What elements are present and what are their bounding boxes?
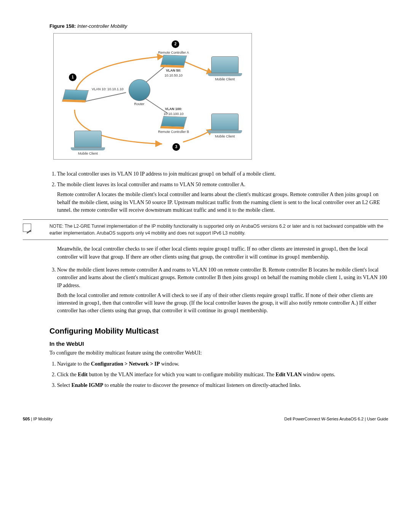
- diagram-label: Remote Controller B: [156, 129, 191, 134]
- footer-right: Dell PowerConnect W-Series ArubaOS 6.2 |…: [284, 416, 388, 422]
- sep: |: [30, 417, 33, 421]
- diagram-label: VLAN 50:: [156, 68, 191, 73]
- note-block: NOTE: The L2-GRE Tunnel implementation o…: [23, 219, 388, 240]
- diagram-label: 10.10.100.10: [156, 112, 191, 117]
- t: window.: [160, 361, 179, 367]
- diagram-bubble-3: 3: [172, 143, 180, 151]
- diagram-local-switch: [62, 90, 89, 103]
- diagram-router: Router: [126, 79, 153, 107]
- t: to enable the router to discover the pre…: [103, 382, 301, 388]
- diagram-label: VLAN 100:: [156, 107, 191, 112]
- diagram-vlan10-label: VLAN 10: 10.10.1.10: [92, 87, 124, 92]
- diagram-label: VLAN 10: 10.10.1.10: [92, 87, 124, 91]
- footer-product: Dell PowerConnect W-Series ArubaOS 6.2: [284, 417, 363, 421]
- diagram-bubble-2: 2: [172, 40, 179, 48]
- steps-list-1: The local controller uses its VLAN 10 IP…: [49, 170, 388, 214]
- subsection-heading: In the WebUI: [49, 340, 388, 348]
- enable-igmp-label: Enable IGMP: [72, 382, 104, 388]
- t: Select: [57, 382, 72, 388]
- figure-label: Figure 158:: [49, 23, 76, 29]
- step-text: Remote controller A locates the mobile c…: [57, 191, 388, 214]
- footer-guide: User Guide: [367, 417, 388, 421]
- t: window opens.: [302, 372, 335, 377]
- webui-step-3: Select Enable IGMP to enable the router …: [57, 382, 388, 389]
- step-text: Both the local controller and remote con…: [57, 292, 388, 315]
- t: button by the VLAN interface for which y…: [88, 372, 276, 377]
- diagram-label: 10.10.50.10: [156, 73, 191, 78]
- figure-title: Inter-controller Mobility: [77, 23, 127, 29]
- step-text: Now the mobile client leaves remote cont…: [57, 267, 387, 288]
- diagram-label: Mobile Client: [206, 77, 244, 82]
- step-2: The mobile client leaves its local contr…: [57, 181, 388, 214]
- diagram-mobile-client-tr: Mobile Client: [206, 56, 244, 82]
- diagram-bubble-1: 1: [69, 73, 76, 81]
- svg-line-0: [82, 93, 126, 102]
- diagram-label: Mobile Client: [69, 151, 107, 156]
- footer-left: 505 | IP Mobility: [23, 416, 53, 422]
- t: Navigate to the: [57, 361, 91, 367]
- diagram-remote-controller-a: Remote Controller A VLAN 50: 10.10.50.10: [156, 50, 191, 78]
- diagram-label: Remote Controller A: [156, 50, 191, 55]
- note-icon: [23, 224, 31, 232]
- page-footer: 505 | IP Mobility Dell PowerConnect W-Se…: [23, 416, 388, 422]
- step-1: The local controller uses its VLAN 10 IP…: [57, 170, 388, 178]
- step-3: Now the mobile client leaves remote cont…: [57, 266, 388, 315]
- webui-step-2: Click the Edit button by the VLAN interf…: [57, 371, 388, 379]
- diagram-mobile-client-br: Mobile Client: [206, 113, 244, 139]
- diagram-mobile-client-bl: Mobile Client: [69, 131, 107, 156]
- step-text: The local controller uses its VLAN 10 IP…: [57, 171, 276, 177]
- page-number: 505: [23, 417, 30, 421]
- step-text: The mobile client leaves its local contr…: [57, 182, 245, 187]
- sep: |: [363, 417, 367, 421]
- nav-path: Configuration > Network > IP: [91, 361, 160, 367]
- note-text: NOTE: The L2-GRE Tunnel implementation o…: [49, 224, 383, 236]
- edit-label: Edit: [78, 372, 88, 377]
- diagram-label: Mobile Client: [206, 134, 244, 139]
- figure-caption: Figure 158: Inter-controller Mobility: [49, 23, 388, 30]
- figure-diagram: 1 2 3 Remote Controller A VLAN 50: 10.10…: [53, 33, 252, 160]
- meanwhile-paragraph: Meanwhile, the local controller checks t…: [57, 245, 388, 261]
- t: Click the: [57, 372, 78, 377]
- lead-text: To configure the mobility multicast feat…: [49, 349, 388, 357]
- webui-step-1: Navigate to the Configuration > Network …: [57, 360, 388, 368]
- section-heading: Configuring Mobility Multicast: [49, 326, 388, 337]
- footer-section: IP Mobility: [33, 417, 53, 421]
- edit-vlan-label: Edit VLAN: [276, 372, 302, 377]
- diagram-label: Router: [126, 102, 153, 107]
- webui-steps: Navigate to the Configuration > Network …: [49, 360, 388, 390]
- steps-list-2: Now the mobile client leaves remote cont…: [49, 266, 388, 315]
- diagram-remote-controller-b: VLAN 100: 10.10.100.10 Remote Controller…: [156, 107, 191, 134]
